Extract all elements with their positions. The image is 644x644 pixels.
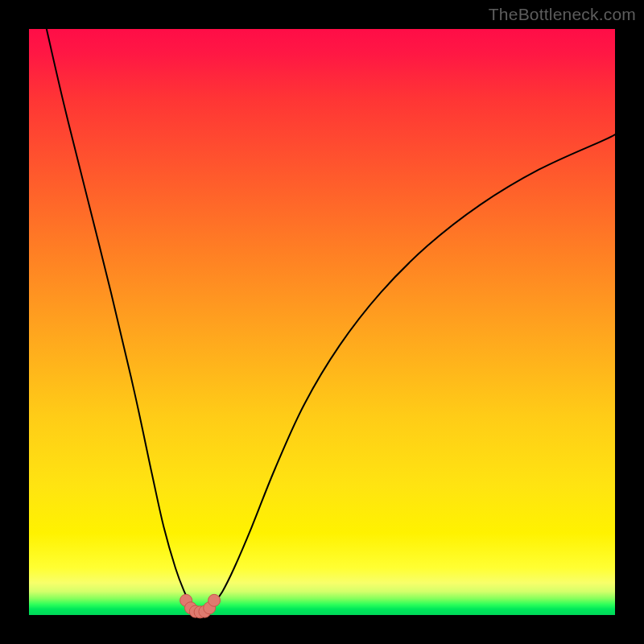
bottleneck-curve-left-branch xyxy=(47,29,190,603)
bottleneck-curve-right-branch xyxy=(213,134,615,603)
watermark-text: TheBottleneck.com xyxy=(489,5,636,24)
curve-layer xyxy=(29,29,615,615)
valley-marker-dot xyxy=(208,594,221,606)
chart-frame: TheBottleneck.com xyxy=(0,0,644,644)
plot-area xyxy=(29,29,615,615)
